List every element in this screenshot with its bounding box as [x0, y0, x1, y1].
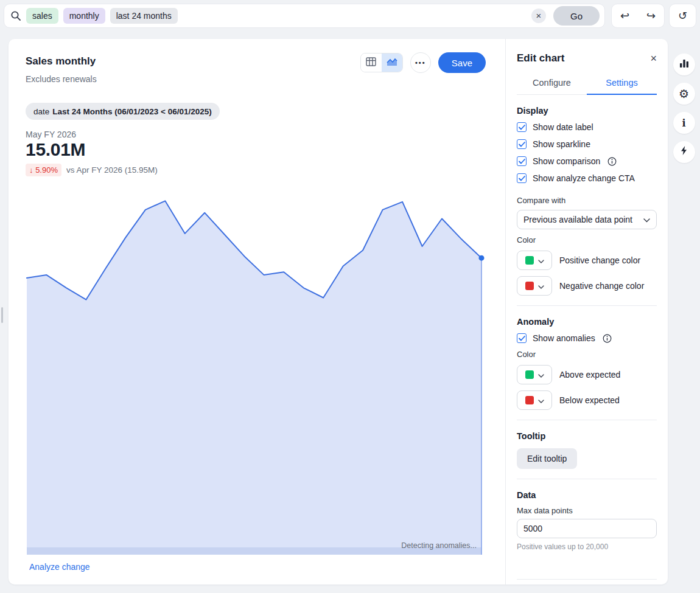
reset-group: ↺: [669, 4, 696, 28]
kpi-change-row: ↓ 5.90% vs Apr FY 2026 (15.95M): [26, 164, 158, 176]
checkbox-show-anomalies[interactable]: Show anomalies: [517, 333, 657, 344]
history-nav-group: ↩ ↪: [611, 4, 665, 28]
checkbox-label: Show analyze change CTA: [533, 173, 635, 183]
kpi-period-label: May FY 2026: [26, 130, 76, 139]
anomaly-status-text: Detecting anomalies...: [401, 541, 477, 550]
filter-prefix: date: [33, 107, 49, 116]
max-data-points-input[interactable]: [517, 519, 657, 538]
go-button[interactable]: Go: [553, 6, 600, 26]
tab-configure[interactable]: Configure: [517, 73, 587, 94]
right-icon-rail: ⚙ i: [668, 39, 700, 584]
checkbox-label: Show anomalies: [533, 333, 595, 343]
display-section-heading: Display: [517, 106, 657, 116]
ellipsis-icon: •••: [415, 59, 426, 66]
clear-search-button[interactable]: ×: [531, 9, 546, 23]
negative-color-picker[interactable]: [517, 276, 552, 296]
panel-tabs: Configure Settings: [517, 73, 657, 95]
close-icon: ×: [650, 52, 657, 64]
green-swatch: [525, 256, 534, 265]
sales-area-chart[interactable]: Detecting anomalies...: [27, 191, 481, 555]
positive-color-row: Positive change color: [517, 251, 657, 270]
chart-section: Sales monthly Excludes renewals ••• Save: [9, 39, 505, 584]
positive-color-label: Positive change color: [559, 255, 640, 265]
info-button[interactable]: i: [673, 112, 695, 134]
section-divider: [517, 420, 657, 420]
kpi-value: 15.01M: [26, 139, 85, 160]
card-toolbar: ••• Save: [360, 52, 486, 73]
settings-button[interactable]: ⚙: [673, 83, 695, 105]
red-swatch: [525, 282, 534, 290]
compare-with-value: Previous available data point: [523, 215, 640, 224]
checkbox-checked-icon: [517, 173, 527, 183]
below-expected-color-row: Below expected: [517, 390, 657, 410]
topbar: sales monthly last 24 months × Go ↩ ↪ ↺: [0, 0, 700, 34]
close-icon: ×: [536, 9, 542, 23]
change-percent: 5.90%: [35, 165, 58, 175]
below-expected-label: Below expected: [559, 395, 620, 405]
search-bar[interactable]: sales monthly last 24 months × Go: [4, 4, 605, 28]
positive-color-picker[interactable]: [517, 251, 552, 270]
display-color-label: Color: [517, 235, 657, 244]
date-filter-pill[interactable]: date Last 24 Months (06/01/2023 < 06/01/…: [26, 103, 220, 120]
anomaly-section-heading: Anomaly: [517, 317, 657, 327]
below-expected-color-picker[interactable]: [517, 390, 552, 410]
checkbox-show-analyze-change-cta[interactable]: Show analyze change CTA: [517, 173, 657, 184]
above-expected-color-row: Above expected: [517, 365, 657, 384]
checkbox-show-comparison[interactable]: Show comparison: [517, 156, 657, 167]
anomaly-color-label: Color: [517, 350, 657, 359]
analyze-change-link[interactable]: Analyze change: [29, 562, 90, 572]
search-icon: [10, 10, 21, 21]
chart-options-button[interactable]: [673, 54, 695, 75]
edit-tooltip-button[interactable]: Edit tooltip: [517, 448, 577, 469]
panel-header: Edit chart ×: [517, 52, 657, 64]
compare-with-dropdown[interactable]: Previous available data point: [517, 210, 657, 229]
table-view-button[interactable]: [361, 54, 382, 72]
above-expected-label: Above expected: [559, 370, 620, 380]
more-menu-button[interactable]: •••: [410, 52, 431, 73]
panel-title: Edit chart: [517, 52, 564, 64]
sales-area-chart-svg: [27, 191, 481, 555]
tab-settings[interactable]: Settings: [587, 73, 657, 95]
card-subtitle: Excludes renewals: [26, 74, 97, 84]
checkbox-label: Show date label: [533, 122, 593, 132]
chart-view-button[interactable]: [382, 54, 402, 72]
undo-arrow-icon: ↩: [620, 10, 629, 22]
info-icon: i: [682, 117, 685, 129]
info-icon[interactable]: [607, 157, 617, 166]
change-badge: ↓ 5.90%: [26, 164, 61, 176]
down-arrow-icon: ↓: [29, 165, 33, 175]
search-token-monthly[interactable]: monthly: [63, 8, 105, 24]
comparison-text: vs Apr FY 2026 (15.95M): [66, 165, 158, 175]
left-panel-resize-handle[interactable]: [1, 307, 3, 323]
undo-button[interactable]: ↩: [618, 8, 632, 24]
section-divider: [517, 579, 657, 580]
compare-with-label: Compare with: [517, 196, 657, 205]
redo-button[interactable]: ↪: [644, 8, 658, 24]
checkbox-checked-icon: [517, 333, 527, 343]
redo-arrow-icon: ↪: [646, 10, 656, 22]
tooltip-section-heading: Tooltip: [517, 431, 657, 441]
chevron-down-icon: [538, 280, 544, 291]
checkbox-label: Show comparison: [533, 156, 600, 166]
checkbox-show-sparkline[interactable]: Show sparkline: [517, 139, 657, 150]
info-icon[interactable]: [603, 334, 612, 343]
above-expected-color-picker[interactable]: [517, 365, 552, 384]
reset-button[interactable]: ↺: [676, 8, 690, 24]
reset-icon: ↺: [678, 10, 687, 22]
search-token-last-24-months[interactable]: last 24 months: [110, 8, 178, 24]
max-data-points-label: Max data points: [517, 506, 657, 515]
section-divider: [517, 479, 657, 479]
section-divider: [517, 305, 657, 306]
chevron-down-icon: [538, 395, 544, 406]
checkbox-show-date-label[interactable]: Show date label: [517, 122, 657, 133]
view-switcher: [360, 53, 403, 72]
area-chart-icon: [387, 58, 397, 68]
chevron-down-icon: [538, 255, 544, 266]
negative-color-label: Negative change color: [559, 281, 644, 291]
close-panel-button[interactable]: ×: [650, 53, 657, 64]
search-token-sales[interactable]: sales: [26, 8, 58, 24]
save-button[interactable]: Save: [438, 52, 486, 73]
chevron-down-icon: [538, 369, 544, 380]
gear-icon: ⚙: [679, 87, 689, 101]
insights-button[interactable]: [673, 141, 695, 163]
